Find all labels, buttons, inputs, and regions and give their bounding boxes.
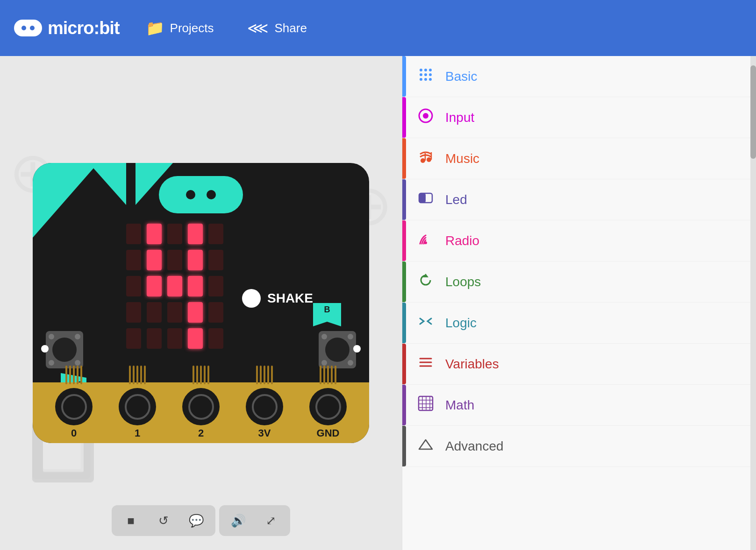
usb-connector [159,176,243,213]
led-1-1 [147,250,162,270]
toolbox-accent-music [402,138,406,179]
toolbox-item-logic[interactable]: Logic [402,303,756,344]
share-label: Share [274,21,307,35]
screenshot-button[interactable]: 💬 [185,509,208,532]
pin-3v: 3V [246,366,283,439]
stop-button[interactable]: ■ [119,509,143,532]
projects-label: Projects [170,21,214,35]
led-2-1 [147,276,162,296]
toolbox-accent-logic [402,303,406,343]
sim-controls: ■ ↺ 💬 🔊 ⤢ [112,505,290,536]
button-a[interactable] [46,331,83,368]
scrollbar-thumb[interactable] [750,65,756,159]
pin-label-3v: 3V [258,427,271,439]
svg-point-10 [423,113,428,119]
microbit-logo-icon [14,20,42,36]
pin-hole-gnd[interactable] [309,388,347,425]
pin-1: 1 [119,366,156,439]
pin-line [327,366,329,384]
sound-button[interactable]: 🔊 [227,509,250,532]
radio-icon [415,231,436,251]
led-0-2 [167,224,182,244]
button-b-corner-bl [321,360,327,366]
pin-line [207,366,209,384]
led-0-3 [188,224,203,244]
radio-label: Radio [445,233,479,248]
white-dot-b [353,345,361,353]
led-label: Led [445,192,467,207]
pin-gnd-lines [314,366,342,384]
toolbox-accent-radio [402,220,406,261]
led-0-0 [126,224,141,244]
button-corner-br [75,360,80,366]
ctrl-group-right: 🔊 ⤢ [219,505,290,536]
logic-icon [415,313,436,333]
logo-dot-right [30,26,35,30]
button-b-corner-br [348,360,353,366]
button-b[interactable] [319,331,356,368]
led-0-4 [208,224,223,244]
logic-label: Logic [445,316,477,331]
led-4-3 [188,328,203,349]
led-3-2 [167,302,182,323]
fullscreen-button[interactable]: ⤢ [259,509,283,532]
pin-line [193,366,194,384]
share-icon: ⋘ [247,19,269,37]
toolbox-item-radio[interactable]: Radio [402,220,756,261]
pin-line [335,366,336,384]
basic-label: Basic [445,69,477,84]
toolbox-item-music[interactable]: Music [402,138,756,179]
pin-line [200,366,202,384]
pin-line [320,366,321,384]
pin-line [331,366,333,384]
led-3-0 [126,302,141,323]
share-button[interactable]: ⋘ Share [240,15,314,41]
led-3-4 [208,302,223,323]
pin-line [267,366,269,384]
pin-hole-inner [315,394,341,420]
led-4-0 [126,328,141,349]
toolbox-item-input[interactable]: Input [402,97,756,138]
restart-button[interactable]: ↺ [152,509,175,532]
pin-hole-1[interactable] [119,388,156,425]
toolbox-item-basic[interactable]: Basic [402,56,756,97]
toolbox-accent-input [402,97,406,138]
toolbox-item-variables[interactable]: Variables [402,344,756,385]
pin-line [144,366,146,384]
led-3-3 [188,302,203,323]
svg-point-7 [424,78,427,81]
scrollbar[interactable] [750,56,756,550]
pin-line [271,366,273,384]
pin-line [136,366,138,384]
flag-b-label: B [324,305,330,315]
pin-label-2: 2 [198,427,204,439]
advanced-label: Advanced [445,439,504,454]
pin-line [133,366,135,384]
shake-label: SHAKE [267,291,313,306]
led-icon [415,190,436,210]
toolbox-item-math[interactable]: Math [402,385,756,426]
input-label: Input [445,110,474,125]
toolbox-item-led[interactable]: Led [402,179,756,220]
button-b-area [319,331,356,368]
pin-label-gnd: GND [317,427,340,439]
button-corner-tl [49,334,54,339]
led-2-4 [208,276,223,296]
pin-hole-0[interactable] [55,388,93,425]
svg-point-0 [420,69,422,71]
logo-text: micro:bit [48,18,120,38]
toolbox-item-advanced[interactable]: Advanced [402,426,756,467]
pin-hole-2[interactable] [182,388,220,425]
projects-button[interactable]: 📁 Projects [138,15,221,41]
button-b-corner-tr [348,334,353,339]
pin-line [140,366,142,384]
svg-rect-22 [419,396,433,410]
pin-gnd: GND [309,366,347,439]
svg-point-1 [424,69,427,71]
logo-dot-left [21,26,26,30]
white-dot-a [41,345,49,353]
pin-hole-3v[interactable] [246,388,283,425]
svg-rect-16 [419,193,426,203]
connector-dot-left [186,190,195,199]
toolbox-item-loops[interactable]: Loops [402,261,756,303]
